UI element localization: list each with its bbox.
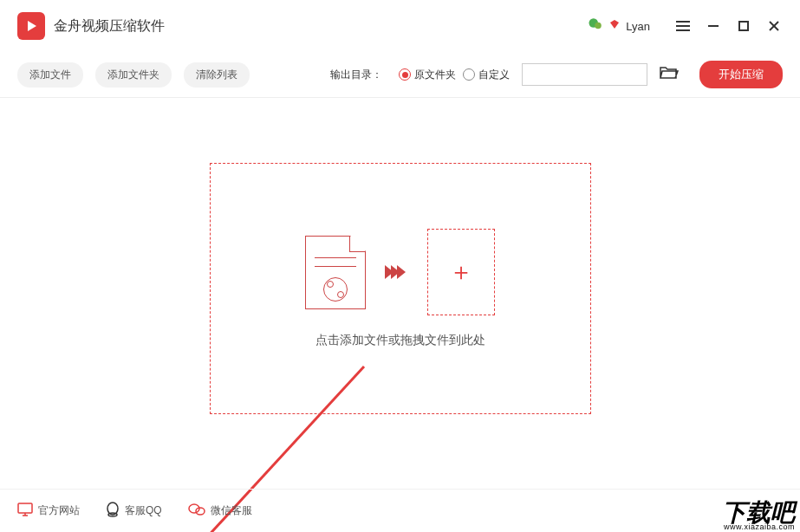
app-logo-icon: [17, 12, 45, 40]
output-dir-label: 输出目录：: [330, 68, 382, 82]
add-file-box[interactable]: ＋: [427, 229, 495, 315]
watermark: 下载吧 www.xiazaiba.com: [717, 500, 800, 532]
svg-rect-8: [739, 22, 748, 30]
app-title: 金舟视频压缩软件: [54, 17, 165, 36]
maximize-button[interactable]: [735, 17, 752, 35]
svg-marker-3: [610, 20, 619, 29]
footer: 官方网站 客服QQ 微信客服: [0, 489, 800, 532]
diamond-icon: [608, 18, 621, 34]
toolbar: 添加文件 添加文件夹 清除列表 输出目录： 原文件夹 自定义 开始压缩: [0, 52, 800, 98]
customer-qq-label: 客服QQ: [125, 503, 162, 518]
output-path-input[interactable]: [522, 63, 647, 86]
radio-icon: [463, 68, 475, 81]
radio-original-folder[interactable]: 原文件夹: [399, 68, 456, 82]
video-file-icon: [305, 236, 366, 309]
watermark-url: www.xiazaiba.com: [722, 523, 795, 530]
clear-list-button[interactable]: 清除列表: [184, 62, 250, 88]
titlebar-right: Lyan: [588, 16, 783, 36]
minimize-button[interactable]: [705, 17, 722, 35]
svg-marker-0: [28, 21, 36, 31]
browse-folder-button[interactable]: [660, 65, 679, 84]
add-file-button[interactable]: 添加文件: [17, 62, 83, 88]
drop-icons: ＋: [305, 229, 495, 315]
drop-zone[interactable]: ＋ 点击添加文件或拖拽文件到此处: [210, 163, 591, 414]
close-button[interactable]: [765, 17, 783, 35]
user-area[interactable]: Lyan: [588, 16, 650, 36]
username-label: Lyan: [626, 20, 650, 33]
radio-custom-folder[interactable]: 自定义: [463, 68, 510, 82]
svg-point-2: [595, 23, 602, 29]
wechat-service-icon: [188, 503, 205, 519]
svg-rect-13: [18, 503, 32, 513]
monitor-icon: [17, 503, 33, 519]
menu-button[interactable]: [674, 17, 692, 35]
radio-custom-label: 自定义: [478, 68, 510, 82]
start-compress-button[interactable]: 开始压缩: [699, 61, 783, 88]
add-folder-button[interactable]: 添加文件夹: [95, 62, 172, 88]
customer-qq-link[interactable]: 客服QQ: [106, 502, 162, 520]
svg-point-19: [196, 508, 205, 515]
output-radio-group: 原文件夹 自定义: [399, 68, 510, 82]
wechat-service-label: 微信客服: [211, 503, 252, 518]
window-controls: [674, 17, 783, 35]
plus-icon: ＋: [449, 256, 473, 289]
arrows-icon: [387, 265, 406, 279]
official-site-link[interactable]: 官方网站: [17, 503, 80, 519]
drop-zone-text: 点击添加文件或拖拽文件到此处: [315, 333, 485, 348]
titlebar-left: 金舟视频压缩软件: [17, 12, 165, 40]
qq-icon: [106, 502, 120, 520]
titlebar: 金舟视频压缩软件 Lyan: [0, 0, 800, 52]
official-site-label: 官方网站: [38, 503, 80, 518]
wechat-icon: [588, 16, 603, 36]
wechat-service-link[interactable]: 微信客服: [188, 503, 252, 519]
radio-icon: [399, 68, 411, 81]
radio-original-label: 原文件夹: [414, 68, 456, 82]
main-area: ＋ 点击添加文件或拖拽文件到此处: [0, 98, 800, 479]
